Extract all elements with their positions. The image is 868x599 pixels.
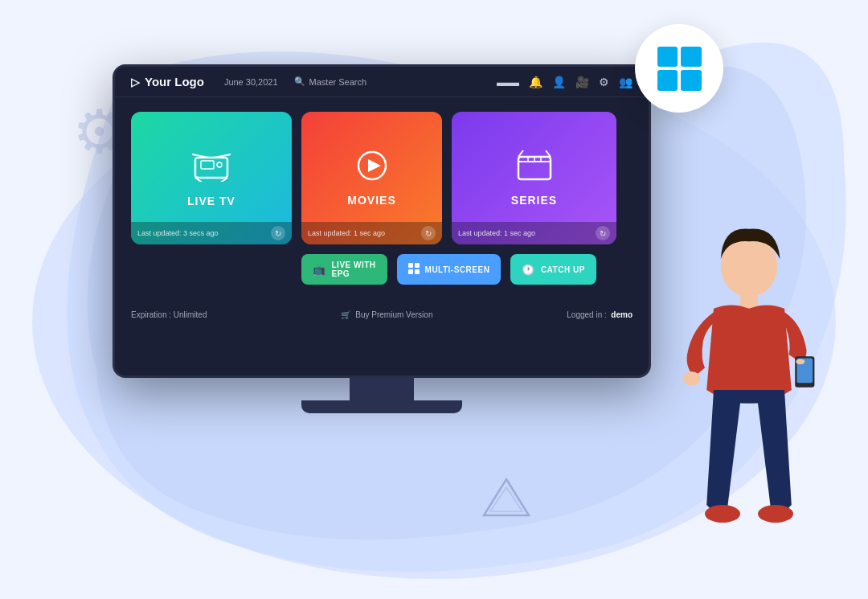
header-date: June 30,2021 (224, 77, 278, 87)
search-icon: 🔍 (294, 76, 305, 87)
tv-footer: Expiration : Unlimited 🛒 Buy Premium Ver… (115, 299, 649, 326)
series-update: Last updated: 1 sec ago ↻ (452, 222, 616, 244)
movies-label: MOVIES (347, 194, 395, 207)
cards-row: LIVE TV Last updated: 3 secs ago ↻ MOV (131, 112, 633, 244)
login-status: Logged in : demo (567, 310, 633, 319)
catchup-icon: 🕐 (522, 264, 535, 276)
svg-marker-22 (490, 487, 522, 511)
card-series[interactable]: SERIES Last updated: 1 sec ago ↻ (452, 112, 616, 244)
windows-badge (635, 24, 723, 113)
live-tv-update: Last updated: 3 secs ago ↻ (131, 222, 292, 244)
svg-point-5 (217, 162, 222, 167)
svg-point-27 (796, 359, 805, 365)
expiration-text: Expiration : Unlimited (131, 310, 207, 319)
btn-catch-up[interactable]: 🕐 CATCH UP (510, 254, 596, 285)
settings-icon[interactable]: ⚙ (599, 76, 609, 88)
movies-icon (357, 150, 387, 187)
btn-live-epg[interactable]: 📺 LIVE WITHEPG (301, 254, 387, 285)
monitor-screen: ▷ Your Logo June 30,2021 🔍 Master Search… (113, 64, 651, 378)
stand-base (301, 400, 462, 413)
subtitles-icon[interactable]: ▬▬ (497, 76, 519, 88)
monitor-stand (113, 378, 651, 413)
card-live-tv[interactable]: LIVE TV Last updated: 3 secs ago ↻ (131, 112, 292, 244)
btn-multi-screen[interactable]: MULTI-SCREEN (397, 254, 502, 285)
svg-point-30 (683, 371, 701, 386)
person-illustration (643, 213, 820, 559)
movies-refresh-icon[interactable]: ↻ (421, 226, 436, 240)
stand-neck (350, 378, 414, 400)
small-buttons-row: 📺 LIVE WITHEPG MULTI-SCREEN (301, 254, 633, 285)
svg-rect-4 (201, 161, 214, 169)
multi-icon (408, 263, 420, 277)
live-tv-label: LIVE TV (187, 195, 235, 207)
svg-rect-17 (408, 263, 413, 268)
live-tv-icon (191, 150, 231, 188)
card-movies[interactable]: MOVIES Last updated: 1 sec ago ↻ (301, 112, 442, 244)
series-refresh-icon[interactable]: ↻ (596, 226, 610, 240)
series-icon (517, 150, 552, 187)
epg-label: LIVE WITHEPG (332, 261, 376, 278)
user-icon[interactable]: 👤 (552, 76, 566, 88)
catchup-label: CATCH UP (541, 265, 585, 274)
bell-icon[interactable]: 🔔 (529, 76, 542, 88)
svg-rect-19 (408, 269, 413, 274)
header-icons: ▬▬ 🔔 👤 🎥 ⚙ 👥 (497, 76, 633, 88)
tv-logo: ▷ Your Logo (131, 75, 204, 88)
windows-icon (657, 47, 702, 91)
buy-label: Buy Premium Version (355, 310, 432, 319)
buy-premium[interactable]: 🛒 Buy Premium Version (341, 310, 432, 319)
logo-text: Your Logo (145, 75, 204, 88)
logo-play-icon: ▷ (131, 76, 140, 88)
triangle-decoration (482, 475, 530, 523)
tv-content: LIVE TV Last updated: 3 secs ago ↻ MOV (115, 97, 649, 299)
refresh-icon[interactable]: ↻ (271, 226, 285, 240)
epg-icon: 📺 (313, 264, 326, 276)
svg-rect-18 (415, 263, 420, 268)
svg-point-28 (705, 505, 740, 523)
svg-marker-9 (368, 159, 381, 172)
monitor: ▷ Your Logo June 30,2021 🔍 Master Search… (113, 64, 651, 413)
svg-point-29 (758, 505, 793, 523)
tv-header: ▷ Your Logo June 30,2021 🔍 Master Search… (115, 67, 649, 97)
movies-update: Last updated: 1 sec ago ↻ (301, 222, 442, 244)
series-label: SERIES (511, 194, 557, 207)
search-label: Master Search (309, 77, 367, 87)
search-area[interactable]: 🔍 Master Search (294, 76, 367, 87)
svg-rect-20 (415, 269, 420, 274)
profile-switch-icon[interactable]: 👥 (619, 76, 633, 88)
camera-icon[interactable]: 🎥 (575, 76, 589, 88)
cart-icon: 🛒 (341, 310, 350, 319)
logged-in-user: demo (611, 310, 633, 319)
multi-label: MULTI-SCREEN (425, 265, 490, 274)
